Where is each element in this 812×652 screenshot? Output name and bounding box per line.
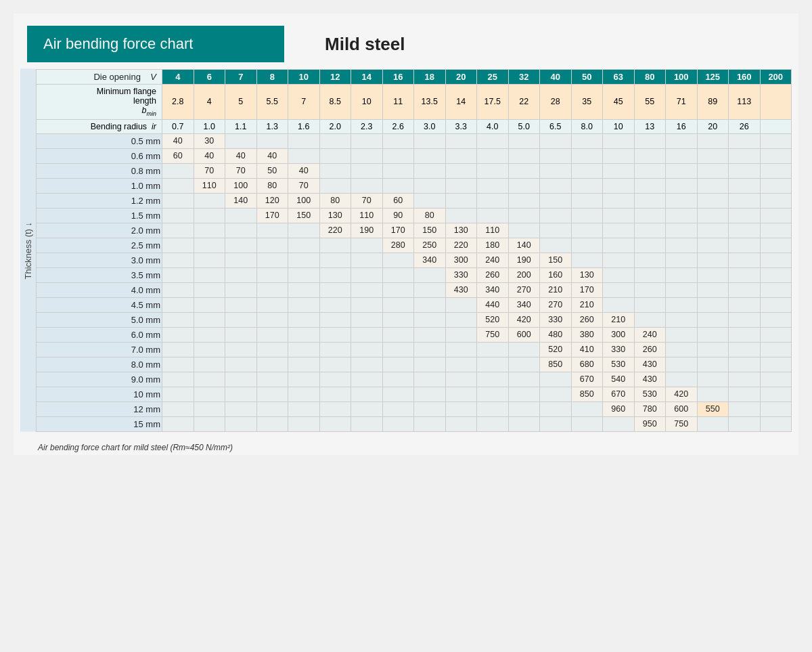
data-cell — [540, 133, 572, 148]
data-cell — [729, 387, 761, 401]
data-cell: 60 — [382, 193, 414, 208]
data-cell — [225, 372, 257, 387]
data-cell — [382, 387, 414, 401]
data-cell — [508, 133, 540, 148]
thickness-label: 5.0 mm — [37, 312, 162, 327]
col-160: 160 — [729, 70, 761, 85]
data-cell — [162, 253, 194, 267]
data-cell — [162, 193, 194, 208]
data-cell — [634, 133, 666, 148]
data-cell — [634, 253, 666, 267]
data-cell — [666, 282, 698, 297]
thickness-label: 1.0 mm — [37, 178, 162, 193]
bend-radius-val — [760, 119, 792, 133]
data-cell: 70 — [194, 163, 225, 178]
data-cell — [225, 297, 257, 312]
data-cell — [445, 178, 477, 193]
table-row: 5.0 mm520420330260210 — [37, 312, 792, 327]
data-cell — [729, 267, 761, 282]
data-cell: 600 — [666, 401, 698, 416]
data-cell — [697, 238, 729, 253]
data-cell — [319, 387, 351, 401]
data-cell — [666, 372, 698, 387]
data-cell: 200 — [508, 267, 540, 282]
data-cell — [225, 208, 257, 223]
data-cell — [760, 193, 792, 208]
data-cell — [760, 297, 792, 312]
data-cell: 480 — [540, 327, 572, 342]
data-cell — [540, 163, 572, 178]
data-cell — [477, 178, 509, 193]
data-cell — [603, 282, 635, 297]
data-cell — [508, 163, 540, 178]
col-12: 12 — [319, 70, 351, 85]
data-cell — [162, 401, 194, 416]
table-row: 3.0 mm340300240190150 — [37, 253, 792, 267]
thickness-label: 3.0 mm — [37, 253, 162, 267]
data-cell — [540, 223, 572, 238]
data-cell — [540, 387, 572, 401]
data-cell — [382, 401, 414, 416]
data-cell — [194, 238, 225, 253]
data-cell — [571, 223, 603, 238]
data-cell — [288, 327, 320, 342]
data-cell: 600 — [508, 327, 540, 342]
data-cell — [382, 163, 414, 178]
data-cell — [760, 223, 792, 238]
min-flange-val: 71 — [666, 85, 698, 120]
data-cell — [414, 282, 446, 297]
bend-radius-row: Bending radius ir0.71.01.11.31.62.02.32.… — [37, 119, 792, 133]
data-cell — [666, 133, 698, 148]
data-cell — [256, 238, 288, 253]
data-cell — [445, 387, 477, 401]
data-cell — [760, 148, 792, 163]
data-cell — [414, 342, 446, 357]
data-cell — [666, 208, 698, 223]
data-cell — [225, 327, 257, 342]
data-cell — [634, 193, 666, 208]
data-cell — [414, 372, 446, 387]
data-cell: 260 — [477, 267, 509, 282]
data-cell: 250 — [414, 238, 446, 253]
data-cell: 190 — [351, 223, 383, 238]
data-cell — [760, 208, 792, 223]
data-cell — [382, 327, 414, 342]
data-cell — [540, 238, 572, 253]
data-cell: 550 — [697, 401, 729, 416]
data-cell: 270 — [508, 282, 540, 297]
data-cell — [760, 178, 792, 193]
data-cell — [666, 327, 698, 342]
data-cell: 190 — [508, 253, 540, 267]
min-flange-val: 14 — [445, 85, 477, 120]
data-cell — [729, 282, 761, 297]
col-50: 50 — [571, 70, 603, 85]
data-cell — [666, 267, 698, 282]
chart-title: Air bending force chart — [27, 26, 284, 62]
thickness-label: 9.0 mm — [37, 372, 162, 387]
data-cell: 40 — [225, 148, 257, 163]
table-row: 10 mm850670530420 — [37, 387, 792, 401]
data-cell: 750 — [666, 416, 698, 431]
data-cell — [288, 387, 320, 401]
data-cell — [319, 297, 351, 312]
data-cell — [571, 238, 603, 253]
data-cell — [634, 312, 666, 327]
data-cell — [729, 178, 761, 193]
data-cell — [414, 327, 446, 342]
data-cell — [414, 387, 446, 401]
data-cell — [194, 208, 225, 223]
footnote: Air bending force chart for mild steel (… — [14, 439, 798, 455]
data-cell — [194, 297, 225, 312]
data-cell — [382, 312, 414, 327]
data-cell — [477, 357, 509, 372]
data-cell: 80 — [319, 193, 351, 208]
data-cell — [603, 193, 635, 208]
bend-radius-val: 2.3 — [351, 119, 383, 133]
data-cell — [194, 372, 225, 387]
data-cell — [162, 416, 194, 431]
bend-radius-val: 26 — [729, 119, 761, 133]
data-cell — [288, 223, 320, 238]
min-flange-val: 28 — [540, 85, 572, 120]
data-cell — [634, 208, 666, 223]
table-row: 4.0 mm430340270210170 — [37, 282, 792, 297]
